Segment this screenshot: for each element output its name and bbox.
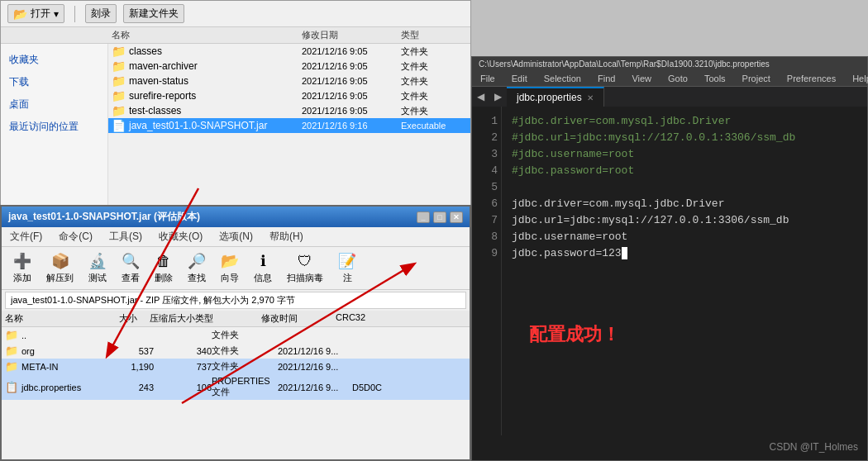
find-button[interactable]: 🔎 查找 bbox=[183, 250, 211, 286]
editor-tab-bar: ◀ ▶ jdbc.properties ✕ bbox=[472, 87, 867, 107]
file-csize: 737 bbox=[154, 362, 212, 372]
table-row[interactable]: 📋 jdbc.properties 243 106 PROPERTIES 文件 … bbox=[2, 374, 470, 400]
folder-icon: 📁 bbox=[112, 45, 126, 58]
menu-item-file[interactable]: 文件(F) bbox=[2, 227, 50, 246]
menu-project[interactable]: Project bbox=[734, 71, 779, 86]
wizard-button[interactable]: 📂 向导 bbox=[216, 250, 244, 286]
col-type: 类型 bbox=[195, 312, 261, 325]
file-name: META-IN bbox=[21, 362, 104, 372]
toolbar-separator bbox=[74, 6, 75, 22]
file-name: surefire-reports bbox=[129, 90, 302, 102]
list-item[interactable]: 📁 maven-archiver 2021/12/16 9:05 文件夹 bbox=[108, 59, 470, 74]
list-item[interactable]: 📁 test-classes 2021/12/16 9:05 文件夹 bbox=[108, 103, 470, 118]
col-compsize: 压缩后大小 bbox=[137, 312, 195, 325]
menu-find[interactable]: Find bbox=[589, 71, 623, 86]
sidebar-item-favorites[interactable]: 收藏夹 bbox=[4, 50, 104, 69]
file-explorer-toolbar: 📂 打开 ▾ 刻录 新建文件夹 bbox=[1, 1, 470, 27]
extract-label: 解压到 bbox=[46, 272, 74, 284]
file-name: classes bbox=[129, 45, 302, 57]
line-numbers: 1 2 3 4 5 6 7 8 9 bbox=[472, 107, 502, 435]
menu-item-command[interactable]: 命令(C) bbox=[50, 227, 101, 246]
file-name: maven-status bbox=[129, 75, 302, 87]
code-line-5 bbox=[512, 181, 518, 193]
file-date: 2021/12/16 9... bbox=[278, 346, 352, 356]
code-line-3: #jdbc.username=root bbox=[512, 148, 634, 160]
delete-label: 删除 bbox=[155, 272, 173, 284]
code-line-6: jdbc.driver=com.mysql.jdbc.Driver bbox=[512, 197, 724, 210]
jar-window: java_test01-1.0-SNAPSHOT.jar (评估版本) _ □ … bbox=[0, 205, 471, 461]
delete-button[interactable]: 🗑 删除 bbox=[150, 251, 178, 286]
scan-button[interactable]: 🛡 扫描病毒 bbox=[282, 251, 328, 286]
code-line-9: jdbc.password=123 bbox=[512, 247, 627, 259]
sidebar-item-downloads[interactable]: 下载 bbox=[4, 73, 104, 92]
sidebar-item-desktop[interactable]: 桌面 bbox=[4, 95, 104, 114]
watermark-text: CSDN @IT_Holmes bbox=[769, 441, 858, 453]
sidebar-item-recent[interactable]: 最近访问的位置 bbox=[4, 117, 104, 136]
note-button[interactable]: 📝 注 bbox=[333, 250, 361, 286]
tab-prev-arrow[interactable]: ◀ bbox=[472, 88, 489, 106]
jar-path-bar: java_test01-1.0-SNAPSHOT.jar - ZIP 压缩文件,… bbox=[5, 292, 466, 309]
wizard-icon: 📂 bbox=[221, 252, 239, 270]
extract-icon: 📦 bbox=[51, 252, 69, 270]
new-folder-button[interactable]: 新建文件夹 bbox=[123, 4, 184, 23]
folder-icon: 📁 bbox=[5, 360, 18, 373]
code-line-1: #jdbc.driver=com.mysql.jdbc.Driver bbox=[512, 115, 731, 127]
file-type: 文件夹 bbox=[401, 75, 467, 88]
col-crc: CRC32 bbox=[336, 312, 385, 325]
menu-selection[interactable]: Selection bbox=[536, 71, 589, 86]
col-date: 修改时间 bbox=[261, 312, 336, 325]
menu-view[interactable]: View bbox=[623, 71, 660, 86]
code-area[interactable]: #jdbc.driver=com.mysql.jdbc.Driver #jdbc… bbox=[502, 107, 867, 435]
close-button[interactable]: ✕ bbox=[450, 211, 463, 223]
view-button[interactable]: 🔍 查看 bbox=[117, 250, 145, 286]
menu-item-help[interactable]: 帮助(H) bbox=[261, 227, 312, 246]
col-name: 名称 bbox=[4, 29, 302, 41]
jar-column-headers: 名称 大小 压缩后大小 类型 修改时间 CRC32 bbox=[2, 311, 470, 327]
add-label: 添加 bbox=[13, 272, 31, 284]
list-item[interactable]: 📄 java_test01-1.0-SNAPSHOT.jar 2021/12/1… bbox=[108, 118, 470, 133]
menu-preferences[interactable]: Preferences bbox=[779, 71, 844, 86]
editor-window: C:\Users\Administrator\AppData\Local\Tem… bbox=[471, 56, 868, 461]
menu-file[interactable]: File bbox=[472, 71, 503, 86]
tab-close-icon[interactable]: ✕ bbox=[587, 93, 594, 102]
folder-icon: 📁 bbox=[112, 59, 126, 73]
menu-item-options[interactable]: 选项(N) bbox=[211, 227, 261, 246]
tab-next-arrow[interactable]: ▶ bbox=[489, 88, 507, 106]
file-date: 2021/12/16 9:05 bbox=[302, 61, 401, 71]
editor-content-area: 1 2 3 4 5 6 7 8 9 #jdbc.driver=com.mysql… bbox=[472, 107, 867, 435]
minimize-button[interactable]: _ bbox=[417, 211, 430, 223]
view-label: 查看 bbox=[122, 272, 140, 284]
open-icon: 📂 bbox=[13, 7, 27, 21]
menu-goto[interactable]: Goto bbox=[660, 71, 696, 86]
file-date: 2021/12/16 9:05 bbox=[302, 76, 401, 86]
editor-title-text: C:\Users\Administrator\AppData\Local\Tem… bbox=[479, 59, 770, 69]
table-row[interactable]: 📁 .. 文件夹 bbox=[2, 327, 470, 343]
jar-menu-bar: 文件(F) 命令(C) 工具(S) 收藏夹(O) 选项(N) 帮助(H) bbox=[2, 227, 470, 247]
extract-button[interactable]: 📦 解压到 bbox=[41, 250, 79, 286]
file-name: java_test01-1.0-SNAPSHOT.jar bbox=[129, 120, 302, 131]
list-item[interactable]: 📁 surefire-reports 2021/12/16 9:05 文件夹 bbox=[108, 88, 470, 103]
list-item[interactable]: 📁 classes 2021/12/16 9:05 文件夹 bbox=[108, 44, 470, 59]
menu-tools[interactable]: Tools bbox=[696, 71, 734, 86]
menu-help[interactable]: Help bbox=[844, 71, 868, 86]
file-date: 2021/12/16 9:05 bbox=[302, 46, 401, 56]
file-type: Executable bbox=[401, 121, 467, 131]
file-name: jdbc.properties bbox=[21, 383, 104, 392]
open-button[interactable]: 📂 打开 ▾ bbox=[7, 4, 64, 23]
list-item[interactable]: 📁 maven-status 2021/12/16 9:05 文件夹 bbox=[108, 74, 470, 88]
add-button[interactable]: ➕ 添加 bbox=[8, 250, 36, 286]
menu-edit[interactable]: Edit bbox=[503, 71, 536, 86]
info-button[interactable]: ℹ 信息 bbox=[249, 250, 277, 286]
menu-item-favorites[interactable]: 收藏夹(O) bbox=[150, 227, 211, 246]
file-explorer-headers: 名称 修改日期 类型 bbox=[1, 27, 470, 44]
properties-icon: 📋 bbox=[5, 381, 18, 393]
burn-button[interactable]: 刻录 bbox=[85, 4, 117, 23]
table-row[interactable]: 📁 org 537 340 文件夹 2021/12/16 9... bbox=[2, 343, 470, 359]
test-button[interactable]: 🔬 测试 bbox=[83, 250, 112, 286]
scan-label: 扫描病毒 bbox=[287, 272, 323, 284]
editor-tab-jdbc[interactable]: jdbc.properties ✕ bbox=[507, 87, 604, 107]
file-name: .. bbox=[21, 330, 104, 340]
maximize-button[interactable]: □ bbox=[433, 211, 446, 223]
table-row[interactable]: 📁 META-IN 1,190 737 文件夹 2021/12/16 9... bbox=[2, 359, 470, 374]
menu-item-tools[interactable]: 工具(S) bbox=[101, 227, 150, 246]
